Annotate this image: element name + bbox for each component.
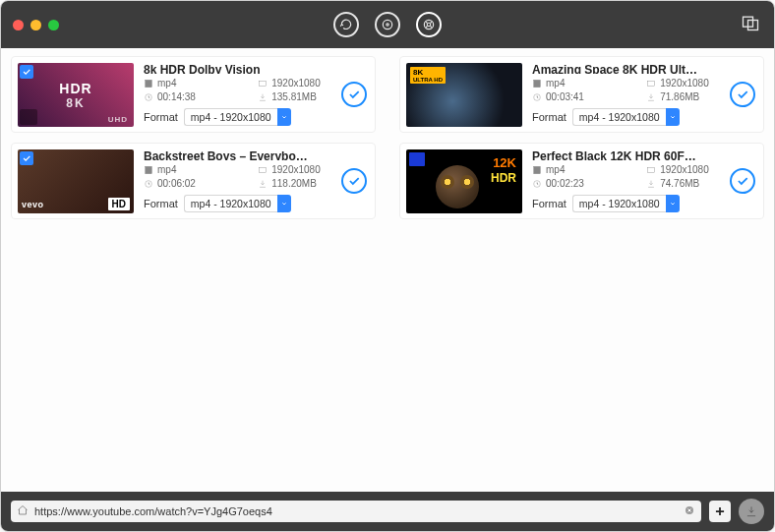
video-title: 8k HDR Dolby Vision xyxy=(144,63,311,74)
video-meta: Perfect Black 12K HDR 60FP… mp4 1920x108… xyxy=(532,149,757,212)
duration: 00:02:23 xyxy=(532,178,632,189)
chevron-down-icon xyxy=(666,108,680,126)
svg-rect-12 xyxy=(146,166,152,174)
video-grid: HDR 8K UHD 8k HDR Dolby Vision mp4 1920x… xyxy=(1,48,774,492)
video-meta: Backstreet Boys – Everybod… mp4 1920x108… xyxy=(144,149,369,212)
video-meta: 8k HDR Dolby Vision mp4 1920x1080 00:14:… xyxy=(144,63,369,126)
file-type: mp4 xyxy=(144,164,244,175)
fullscreen-window-button[interactable] xyxy=(48,20,59,30)
status-ready-icon[interactable] xyxy=(341,82,367,107)
format-label: Format xyxy=(144,198,178,209)
video-thumbnail[interactable]: HDR 8K UHD xyxy=(18,63,134,127)
svg-rect-10 xyxy=(647,81,655,86)
thumb-badge: 8KULTRA HD xyxy=(410,67,446,84)
svg-point-0 xyxy=(383,20,391,29)
file-type: mp4 xyxy=(144,78,244,89)
thumb-graphic xyxy=(436,165,479,208)
video-thumbnail[interactable]: vevo HD xyxy=(18,149,134,213)
svg-rect-15 xyxy=(534,166,541,174)
queue-icon[interactable] xyxy=(741,13,760,36)
status-ready-icon[interactable] xyxy=(341,168,367,194)
thumb-text: HDR xyxy=(59,81,91,96)
dolby-badge xyxy=(409,152,425,166)
close-window-button[interactable] xyxy=(13,20,24,30)
url-field[interactable] xyxy=(11,501,701,522)
video-title: Amazing Space 8K HDR Ultra… xyxy=(532,63,699,74)
dolby-badge xyxy=(20,109,37,125)
bottombar xyxy=(1,492,774,531)
selected-checkbox[interactable] xyxy=(20,151,33,165)
thumb-text: UHD xyxy=(108,115,128,124)
chevron-down-icon xyxy=(277,195,291,212)
svg-rect-16 xyxy=(647,167,655,172)
format-select[interactable]: mp4 - 1920x1080 xyxy=(572,195,680,212)
svg-point-1 xyxy=(387,24,388,26)
duration: 00:06:02 xyxy=(144,178,244,189)
video-meta: Amazing Space 8K HDR Ultra… mp4 1920x108… xyxy=(532,63,757,126)
duration: 00:03:41 xyxy=(532,91,632,102)
app-window: HDR 8K UHD 8k HDR Dolby Vision mp4 1920x… xyxy=(0,0,775,532)
status-ready-icon[interactable] xyxy=(730,168,755,194)
thumb-text: 8K xyxy=(66,96,85,110)
format-select[interactable]: mp4 - 1920x1080 xyxy=(184,108,291,126)
video-card: vevo HD Backstreet Boys – Everybod… mp4 … xyxy=(11,143,376,219)
refresh-icon[interactable] xyxy=(333,12,359,37)
svg-point-2 xyxy=(424,20,433,29)
svg-rect-9 xyxy=(534,80,541,88)
minimize-window-button[interactable] xyxy=(30,20,41,30)
thumb-text: 12K xyxy=(493,155,516,170)
window-controls xyxy=(13,20,59,30)
format-label: Format xyxy=(144,111,178,123)
url-input[interactable] xyxy=(34,505,678,517)
video-title: Backstreet Boys – Everybod… xyxy=(144,149,311,160)
clear-icon[interactable] xyxy=(684,502,695,520)
svg-point-3 xyxy=(427,23,431,27)
format-select[interactable]: mp4 - 1920x1080 xyxy=(184,195,291,212)
thumb-text: vevo xyxy=(22,200,44,209)
chevron-down-icon xyxy=(666,195,680,212)
home-icon[interactable] xyxy=(17,502,29,520)
film-icon[interactable] xyxy=(416,12,442,37)
status-ready-icon[interactable] xyxy=(730,82,755,107)
duration: 00:14:38 xyxy=(144,91,244,102)
video-title: Perfect Black 12K HDR 60FP… xyxy=(532,149,699,160)
format-select[interactable]: mp4 - 1920x1080 xyxy=(572,108,680,126)
format-label: Format xyxy=(532,198,566,209)
thumb-text: HD xyxy=(108,198,130,210)
format-label: Format xyxy=(532,111,566,123)
selected-checkbox[interactable] xyxy=(20,65,33,79)
file-type: mp4 xyxy=(532,78,632,89)
video-thumbnail[interactable]: 12K HDR xyxy=(406,149,522,213)
video-card: 8KULTRA HD Amazing Space 8K HDR Ultra… m… xyxy=(399,56,764,133)
chevron-down-icon xyxy=(277,108,291,126)
toolbar-center xyxy=(333,12,442,37)
svg-rect-6 xyxy=(146,80,152,88)
titlebar xyxy=(1,1,774,48)
svg-rect-13 xyxy=(259,167,267,172)
video-thumbnail[interactable]: 8KULTRA HD xyxy=(406,63,522,127)
disc-icon[interactable] xyxy=(375,12,400,37)
file-type: mp4 xyxy=(532,164,632,175)
video-card: 12K HDR Perfect Black 12K HDR 60FP… mp4 … xyxy=(399,143,764,219)
add-url-button[interactable] xyxy=(709,501,731,522)
svg-rect-7 xyxy=(259,81,267,86)
download-button[interactable] xyxy=(739,499,764,524)
thumb-text: HDR xyxy=(491,171,516,185)
video-card: HDR 8K UHD 8k HDR Dolby Vision mp4 1920x… xyxy=(11,56,376,133)
